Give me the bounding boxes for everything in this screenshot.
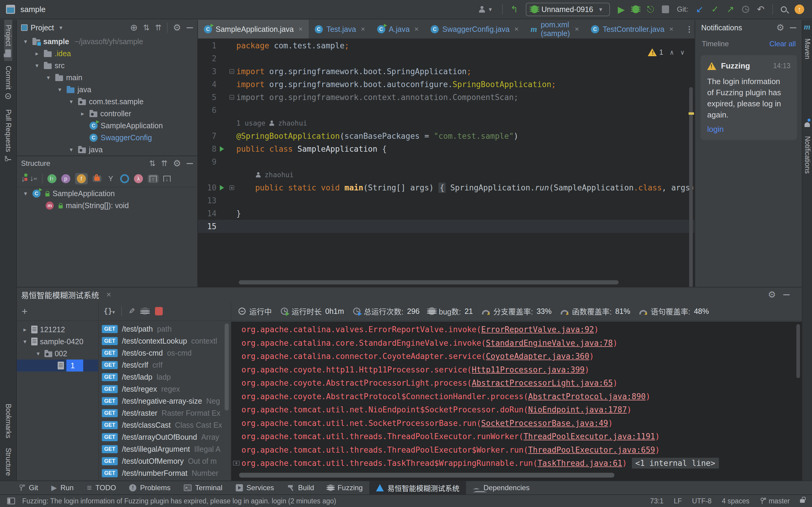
edit-config-button[interactable]: {}▼: [104, 307, 115, 316]
fuzz-console[interactable]: org.apache.catalina.valves.ErrorReportVa…: [231, 322, 802, 481]
stack-trace-line[interactable]: org.apache.catalina.core.StandardEngineV…: [231, 336, 802, 350]
git-update-button[interactable]: ↙: [696, 5, 703, 13]
toolwindow-button-terminal[interactable]: >_Terminal: [177, 481, 229, 494]
source-link[interactable]: ThreadPoolExecutor.java:1191: [523, 432, 655, 441]
layout-icon[interactable]: [7, 498, 15, 504]
update-available-icon[interactable]: ↑: [795, 4, 804, 14]
stack-trace-line[interactable]: org.apache.tomcat.util.threads.ThreadPoo…: [231, 430, 802, 443]
profiler-button[interactable]: ⎋: [647, 5, 654, 13]
chevron-icon[interactable]: ▾: [56, 86, 64, 93]
hierarchy-button[interactable]: Y: [106, 174, 115, 183]
fold-open-icon[interactable]: –: [229, 95, 234, 100]
editor-line[interactable]: 13: [198, 194, 695, 207]
close-icon[interactable]: ×: [361, 25, 365, 33]
chevron-down-icon[interactable]: ▾: [57, 24, 65, 31]
suspend-icon[interactable]: [238, 307, 246, 315]
chevron-icon[interactable]: ▾: [21, 338, 29, 345]
show-anonymous-button[interactable]: [120, 174, 129, 183]
fuzz-tree-item[interactable]: ▾002: [17, 347, 98, 359]
fuzz-tree-item[interactable]: ▸121212: [17, 324, 98, 336]
editor-line[interactable]: 15: [198, 220, 695, 233]
structure-panel-title[interactable]: Structure: [21, 159, 50, 168]
endpoint-row[interactable]: GET/test/numberFormatNumber: [99, 467, 231, 479]
editor-line[interactable]: zhaohui: [198, 168, 695, 181]
close-icon[interactable]: ×: [670, 25, 674, 33]
warning-stripe-mark[interactable]: [689, 112, 694, 115]
stop-button[interactable]: [662, 5, 669, 13]
maven-icon[interactable]: m: [804, 20, 811, 34]
edit-button[interactable]: ✎: [128, 307, 135, 316]
project-tree-item[interactable]: ▾main: [17, 71, 197, 83]
run-button[interactable]: ▶: [618, 4, 625, 15]
sort-by-visibility-button[interactable]: ↓: [21, 174, 25, 183]
endpoint-row[interactable]: GET/test/pathpath: [99, 323, 231, 335]
stack-trace-line[interactable]: org.apache.coyote.http11.Http11Processor…: [231, 363, 802, 377]
editor-tab[interactable]: CTestController.java×: [585, 20, 680, 39]
editor-line[interactable]: 6: [198, 104, 695, 117]
editor-line[interactable]: 2: [198, 52, 695, 65]
chevron-icon[interactable]: ▾: [45, 74, 52, 81]
stack-trace-line[interactable]: org.apache.coyote.AbstractProcessorLight…: [231, 376, 802, 390]
gear-icon[interactable]: ⚙: [776, 23, 785, 32]
editor-line[interactable]: 1package com.test.sample;: [198, 39, 695, 52]
stack-trace-line[interactable]: org.apache.catalina.valves.ErrorReportVa…: [231, 323, 802, 336]
toolwindow-button-fuzzing[interactable]: Fuzzing: [321, 481, 369, 494]
sort-alphabetically-button[interactable]: ↓ᵃᶻ: [30, 174, 37, 183]
chevron-icon[interactable]: ▸: [21, 326, 29, 333]
source-link[interactable]: AbstractProcessorLight.java:65: [472, 379, 613, 387]
inlay-hint[interactable]: 1 usagezhaohui: [236, 119, 307, 127]
notification-login-link[interactable]: login: [707, 125, 791, 134]
close-icon[interactable]: ×: [575, 25, 579, 33]
fold-open-icon[interactable]: –: [229, 69, 234, 74]
endpoint-row[interactable]: GET/test/rasterRaster Format Ex: [99, 407, 231, 419]
stack-trace-line[interactable]: org.apache.coyote.AbstractProtocol$Conne…: [231, 390, 802, 403]
close-icon[interactable]: ×: [514, 25, 519, 33]
editor-tab[interactable]: CSampleApplication.java×: [198, 20, 309, 39]
editor-line[interactable]: 3–import org.springframework.boot.Spring…: [198, 65, 695, 78]
fuzz-tree-item[interactable]: ▾sample-0420: [17, 336, 98, 347]
gear-icon[interactable]: ⚙: [768, 290, 776, 299]
indent-setting[interactable]: 4 spaces: [722, 497, 750, 505]
expand-icon[interactable]: +: [233, 461, 240, 465]
internal-lines-badge[interactable]: <1 internal line>: [632, 458, 719, 468]
add-task-button[interactable]: +: [21, 307, 27, 316]
stack-trace-line[interactable]: org.apache.tomcat.util.threads.ThreadPoo…: [231, 443, 802, 457]
endpoint-row[interactable]: GET/test/crlfcrlf: [99, 359, 231, 371]
fold-closed-icon[interactable]: +: [229, 185, 234, 190]
collapse-all-button[interactable]: ⇈: [161, 159, 168, 168]
source-link[interactable]: CoyoteAdapter.java:360: [486, 352, 589, 361]
user-menu-button[interactable]: ▾: [479, 6, 494, 13]
editor-tab[interactable]: mpom.xml (sample)×: [525, 20, 585, 39]
lock-icon[interactable]: [800, 499, 805, 503]
stripe-structure-button[interactable]: Structure: [4, 443, 12, 481]
project-tree-item[interactable]: ▾com.test.sample: [17, 96, 197, 108]
toolwindow-button-[interactable]: 易恒智能模糊测试系统: [369, 481, 466, 494]
editor-line[interactable]: 1 usagezhaohui: [198, 117, 695, 129]
stripe-maven-button[interactable]: Maven: [803, 34, 811, 64]
chevron-icon[interactable]: ▾: [21, 38, 30, 45]
git-push-button[interactable]: ↗: [727, 5, 734, 13]
project-tree-item[interactable]: ▸controller: [17, 108, 197, 120]
close-icon[interactable]: ×: [414, 25, 419, 33]
stack-trace-line[interactable]: org.apache.catalina.connector.CoyoteAdap…: [231, 350, 802, 363]
chevron-icon[interactable]: ▾: [34, 350, 42, 357]
collapse-all-button[interactable]: ⇈: [155, 23, 162, 32]
search-everywhere-button[interactable]: [781, 6, 787, 12]
structure-tree-item[interactable]: mmain(String[]): void: [17, 200, 197, 212]
expand-all-button[interactable]: ⇅: [143, 23, 150, 32]
show-properties-button[interactable]: p: [61, 174, 70, 183]
source-link[interactable]: AbstractProtocol.java:890: [528, 392, 646, 401]
stack-trace-line[interactable]: +org.apache.tomcat.util.threads.TaskThre…: [231, 457, 802, 470]
hide-panel-button[interactable]: [790, 27, 796, 28]
autoscroll-to-source-button[interactable]: ↑: [148, 174, 159, 183]
toolwindow-button-problems[interactable]: !Problems: [122, 481, 177, 494]
editor-tab[interactable]: CA.java×: [371, 20, 425, 39]
chevron-icon[interactable]: ▸: [79, 110, 86, 117]
source-link[interactable]: ThreadPoolExecutor.java:659: [528, 445, 655, 454]
close-icon[interactable]: ×: [298, 25, 303, 33]
project-tree-item[interactable]: ▸.idea: [17, 48, 197, 59]
editor-line[interactable]: 4import org.springframework.boot.autocon…: [198, 78, 695, 91]
show-non-public-button[interactable]: [93, 175, 102, 182]
hide-panel-button[interactable]: [186, 163, 193, 164]
stripe-bookmarks-button[interactable]: Bookmarks: [4, 399, 12, 443]
